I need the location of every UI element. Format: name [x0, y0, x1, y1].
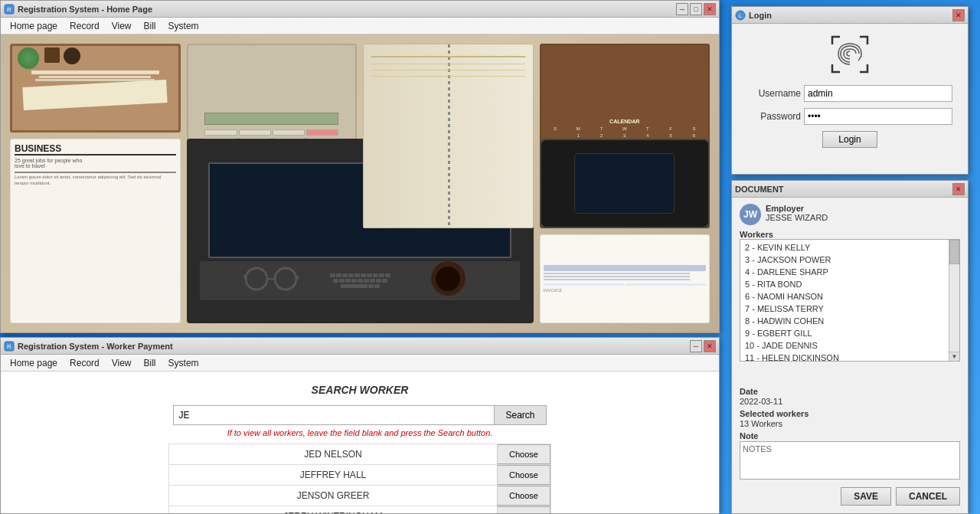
search-button[interactable]: Search [495, 405, 546, 425]
payment-minimize-button[interactable]: ─ [690, 340, 702, 352]
search-hint: If to view all workers, leave the field … [13, 428, 707, 437]
login-window-controls: ✕ [952, 9, 965, 21]
fingerprint-icon-container [827, 31, 873, 77]
list-item: 7 - MELISSA TERRY [740, 303, 959, 315]
list-item: 11 - HELEN DICKINSON [740, 352, 959, 362]
payment-menu-bill[interactable]: Bill [138, 356, 162, 370]
login-form: Username Password Login [747, 85, 952, 148]
worker-row-3: JENSON GREER Choose [168, 485, 551, 506]
home-image-area: CALENDAR SMTWTFS 123456 78910111213 1415… [1, 34, 719, 332]
employer-name: JESSE WIZARD [766, 213, 960, 222]
menu-record[interactable]: Record [64, 19, 106, 33]
list-item: 6 - NAOMI HANSON [740, 290, 959, 303]
home-minimize-button[interactable]: ─ [676, 3, 688, 15]
home-window-icon: R [4, 4, 15, 15]
payment-title-bar: R Registration System - Worker Payment ─… [1, 338, 719, 355]
home-close-button[interactable]: ✕ [704, 3, 716, 15]
notebook-spiral [448, 44, 450, 228]
desk-plants [10, 44, 181, 133]
planner-title: CALENDAR [544, 119, 706, 124]
scroll-down-arrow[interactable]: ▼ [949, 352, 959, 361]
document-footer: SAVE CANCEL [740, 484, 960, 507]
worker-row-2: JEFFREY HALL Choose [168, 464, 551, 485]
employer-label: Employer [766, 204, 960, 213]
workers-scrollbar[interactable]: ▼ [949, 240, 959, 361]
worker-row-1: JED NELSON Choose [168, 444, 551, 464]
employer-row: JW Employer JESSE WIZARD [740, 204, 960, 225]
list-item: 10 - JADE DENNIS [740, 339, 959, 352]
list-item: 3 - JACKSON POWER [740, 254, 959, 266]
choose-button-4[interactable]: Choose [497, 506, 550, 513]
note-area: NOTES [740, 441, 960, 480]
invoice-line2 [544, 276, 690, 277]
employer-info: Employer JESSE WIZARD [766, 204, 960, 222]
fingerprint-icon [831, 35, 869, 74]
list-item: 9 - EGBERT GILL [740, 327, 959, 339]
menu-view[interactable]: View [106, 19, 138, 33]
svg-point-2 [246, 268, 267, 290]
note-value: NOTES [743, 444, 772, 453]
payment-menu-system[interactable]: System [162, 356, 205, 370]
payment-menu-record[interactable]: Record [64, 356, 106, 370]
choose-button-1[interactable]: Choose [497, 444, 550, 464]
date-row: Date 2022-03-11 [740, 386, 960, 406]
save-button[interactable]: SAVE [841, 487, 891, 506]
password-row: Password [747, 108, 952, 125]
login-title-bar: L Login ✕ [732, 7, 968, 24]
home-title-bar: R Registration System - Home Page ─ □ ✕ [1, 1, 719, 18]
menu-homepage[interactable]: Home page [4, 19, 64, 33]
workers-section: Workers 2 - KEVIN KELLY 3 - JACKSON POWE… [740, 230, 960, 381]
login-body: Username Password Login [732, 24, 968, 174]
worker-name-1: JED NELSON [169, 446, 497, 463]
search-title: SEARCH WORKER [13, 384, 707, 396]
list-item: 4 - DARLENE SHARP [740, 266, 959, 278]
document-window-title: DOCUMENT [735, 185, 952, 194]
document-window-controls: ✕ [952, 183, 965, 195]
payment-close-button[interactable]: ✕ [704, 340, 716, 352]
document-close-button[interactable]: ✕ [952, 183, 965, 195]
search-input[interactable] [173, 405, 495, 425]
worker-name-4: JERRY WINTRINGHAM [169, 508, 497, 513]
payment-window-title: Registration System - Worker Payment [18, 342, 690, 351]
password-label: Password [747, 111, 801, 122]
invoice-line3 [544, 279, 690, 280]
choose-button-2[interactable]: Choose [497, 465, 550, 485]
selected-workers-value: 13 Workers [740, 419, 960, 428]
document-title-bar: DOCUMENT ✕ [732, 181, 968, 198]
employer-avatar: JW [740, 204, 761, 225]
payment-menu-bar: Home page Record View Bill System [1, 355, 719, 372]
date-value: 2022-03-11 [740, 397, 960, 406]
login-window: L Login ✕ Us [731, 6, 969, 175]
home-maximize-button[interactable]: □ [690, 3, 702, 15]
svg-text:R: R [7, 6, 11, 13]
doc-meta: Date 2022-03-11 Selected workers 13 Work… [740, 386, 960, 480]
note-label: Note [740, 431, 758, 440]
selected-workers-label: Selected workers [740, 409, 809, 418]
payment-menu-homepage[interactable]: Home page [4, 356, 64, 370]
date-label: Date [740, 387, 758, 396]
login-button[interactable]: Login [822, 131, 877, 148]
note-row: Note NOTES [740, 431, 960, 480]
login-close-button[interactable]: ✕ [952, 9, 965, 21]
menu-bill[interactable]: Bill [138, 19, 162, 33]
payment-window-icon: R [4, 341, 15, 352]
menu-system[interactable]: System [162, 19, 205, 33]
workers-list-container[interactable]: 2 - KEVIN KELLY 3 - JACKSON POWER 4 - DA… [740, 239, 960, 362]
password-input[interactable] [804, 108, 952, 125]
username-input[interactable] [804, 85, 952, 102]
desk-magazine: BUSINESS 25 great jobs for people wholov… [10, 139, 181, 323]
desk-notebook [363, 44, 534, 228]
payment-menu-view[interactable]: View [106, 356, 138, 370]
payment-window-controls: ─ ✕ [690, 340, 716, 352]
desk-glasses [187, 234, 358, 323]
home-menu-bar: Home page Record View Bill System [1, 18, 719, 34]
worker-name-2: JEFFREY HALL [169, 467, 497, 483]
choose-button-3[interactable]: Choose [497, 486, 550, 506]
home-window: R Registration System - Home Page ─ □ ✕ … [0, 0, 720, 333]
home-window-title: Registration System - Home Page [18, 5, 676, 14]
workers-list: 2 - KEVIN KELLY 3 - JACKSON POWER 4 - DA… [740, 240, 959, 362]
magazine-title: BUSINESS [15, 143, 176, 156]
cancel-button[interactable]: CANCEL [896, 487, 960, 506]
workers-label: Workers [740, 230, 960, 239]
desk-scene: CALENDAR SMTWTFS 123456 78910111213 1415… [1, 34, 719, 332]
